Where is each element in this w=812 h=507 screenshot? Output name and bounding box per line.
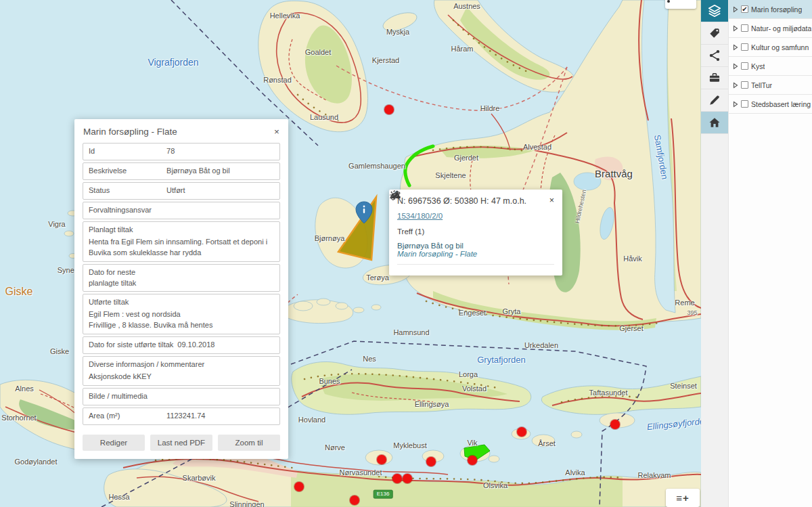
layer-item-marin-forsøpling[interactable]: ✔Marin forsøpling	[729, 0, 812, 19]
dialog-field: Dato for neste planlagte tiltak	[83, 264, 280, 292]
layers-icon	[707, 3, 722, 18]
share-button[interactable]	[701, 45, 728, 67]
coordinate-text: N: 6967536 Ø: 50380 H: 47 m.o.h.	[397, 196, 526, 206]
dialog-field: StatusUtført	[83, 182, 280, 200]
layer-label: Kultur og samfunn	[751, 43, 809, 51]
tag-button[interactable]	[701, 22, 728, 45]
dialog-field: Utførte tiltakEgil Flem : vest og nordsi…	[83, 294, 280, 334]
briefcase-icon	[708, 71, 721, 85]
layer-item-stedsbasert-læring[interactable]: Stedsbasert læring	[729, 95, 812, 114]
coordinate-popup: N: 6967536 Ø: 50380 H: 47 m.o.h. × 1534/…	[389, 190, 562, 275]
marine-litter-point[interactable]	[610, 420, 620, 429]
layers-button[interactable]	[701, 0, 728, 22]
layer-label: Stedsbasert læring	[751, 100, 811, 108]
layer-checkbox[interactable]	[741, 100, 748, 108]
hits-label: Treff (1)	[397, 227, 554, 236]
expand-arrow-icon[interactable]	[733, 6, 738, 13]
layer-checkbox[interactable]	[741, 62, 748, 70]
home-button[interactable]	[701, 112, 728, 134]
layer-panel: ✔Marin forsøplingNatur- og miljødataKult…	[728, 0, 812, 507]
dialog-field: Forvaltningsansvar	[83, 202, 280, 219]
marine-litter-point[interactable]	[350, 495, 359, 505]
layer-label: TellTur	[751, 81, 772, 89]
marine-litter-point[interactable]	[517, 427, 526, 437]
briefcase-button[interactable]	[701, 67, 728, 89]
zoom-til-button[interactable]: Zoom til	[218, 435, 280, 451]
expand-arrow-icon[interactable]	[733, 82, 738, 89]
share-icon	[708, 49, 721, 62]
legend-add-button[interactable]: ≡+	[666, 489, 700, 507]
layer-item-kyst[interactable]: Kyst	[729, 57, 812, 76]
feature-dialog: Marin forsøpling - Flate × Id78Beskrivel…	[74, 119, 288, 459]
result-name: Bjørnøya Båt og bil	[397, 242, 477, 250]
marine-litter-point[interactable]	[392, 474, 402, 483]
layer-label: Kyst	[751, 62, 765, 70]
layer-checkbox[interactable]: ✔	[741, 5, 748, 13]
home-icon	[708, 116, 721, 129]
map-canvas[interactable]: HellevikaAustnesMyskjaGoaldetHåramKjerst…	[0, 0, 701, 507]
layer-item-telltur[interactable]: TellTur	[729, 76, 812, 95]
dialog-title: Marin forsøpling - Flate	[83, 127, 177, 137]
marine-litter-point[interactable]	[468, 456, 477, 465]
dialog-field: Diverse informasjon / kommentarerAksjons…	[83, 356, 280, 386]
road-number-badge: E136	[374, 490, 393, 499]
expand-arrow-icon[interactable]	[733, 63, 738, 70]
pencil-button[interactable]	[701, 89, 728, 112]
tag-icon	[708, 26, 721, 40]
layer-checkbox[interactable]	[741, 43, 748, 51]
last-ned-pdf-button[interactable]: Last ned PDF	[150, 435, 212, 451]
dialog-field: Id78	[83, 143, 280, 160]
layer-label: Marin forsøpling	[751, 5, 802, 14]
expand-arrow-icon[interactable]	[733, 101, 738, 108]
layer-item-kultur-og-samfunn[interactable]: Kultur og samfunn	[729, 38, 812, 57]
result-layer-link[interactable]: Marin forsøpling - Flate	[397, 250, 477, 258]
marine-litter-point[interactable]	[426, 457, 436, 466]
layer-label: Natur- og miljødata	[751, 24, 811, 32]
marine-litter-point[interactable]	[377, 455, 386, 464]
marine-litter-point[interactable]	[384, 105, 394, 114]
rediger-button[interactable]: Rediger	[83, 435, 145, 451]
app-window: HellevikaAustnesMyskjaGoaldetHåramKjerst…	[0, 0, 812, 507]
dialog-close-icon[interactable]: ×	[274, 127, 279, 137]
marine-litter-point[interactable]	[294, 482, 304, 491]
layer-item-natur-og-miljødata[interactable]: Natur- og miljødata	[729, 19, 812, 38]
cadastre-link[interactable]: 1534/180/2/0	[397, 212, 443, 220]
expand-arrow-icon[interactable]	[733, 44, 738, 51]
dialog-field: Bilde / multimedia	[83, 388, 280, 405]
dialog-field: Dato for siste utførte tiltak09.10.2018	[83, 336, 280, 354]
dialog-field: Area (m²)1123241.74	[83, 407, 280, 425]
layer-checkbox[interactable]	[741, 24, 748, 32]
marine-litter-point[interactable]	[403, 474, 412, 483]
dialog-field: BeskrivelseBjørnøya Båt og bil	[83, 162, 280, 180]
map-toolbar	[701, 0, 728, 507]
expand-arrow-icon[interactable]	[733, 25, 738, 32]
popup-close-icon[interactable]: ×	[549, 196, 554, 205]
layer-checkbox[interactable]	[741, 81, 748, 89]
dialog-field: Planlagt tiltakHenta fra Egil Flem sin i…	[83, 221, 280, 262]
pencil-icon	[708, 94, 721, 106]
collapsed-control-icon	[665, 0, 672, 3]
collapsed-map-control[interactable]	[665, 0, 696, 9]
